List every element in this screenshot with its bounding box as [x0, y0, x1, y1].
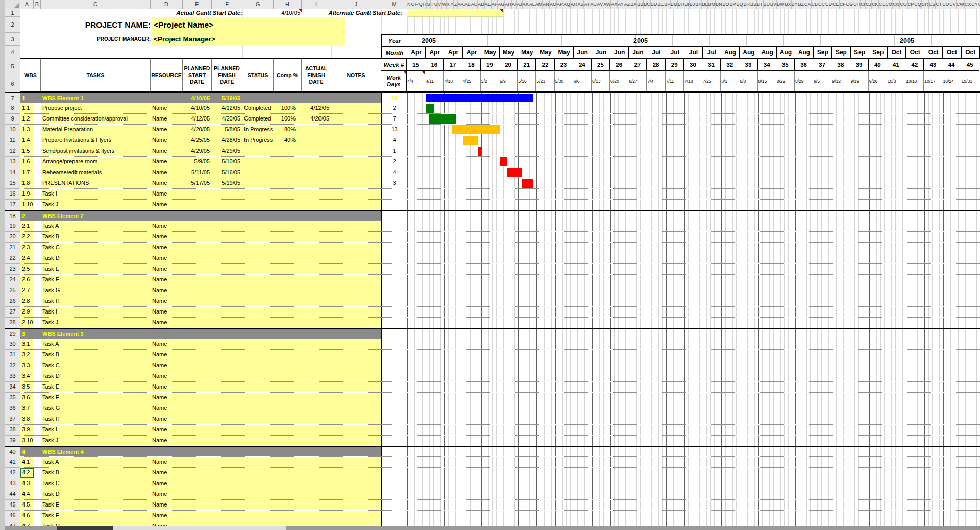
- planned-start[interactable]: [183, 318, 212, 328]
- month-cell-42[interactable]: Oct: [906, 47, 924, 58]
- week-number-29[interactable]: 29: [666, 59, 684, 70]
- month-cell-35[interactable]: Aug: [777, 47, 795, 58]
- planned-start[interactable]: 4/25/05: [183, 135, 212, 146]
- comp-cell[interactable]: [274, 189, 302, 199]
- wbs-number[interactable]: 4.6: [20, 511, 34, 521]
- wbs-number[interactable]: 1.4: [20, 135, 34, 146]
- actual-finish[interactable]: [302, 221, 331, 231]
- month-cell-22[interactable]: May: [536, 47, 555, 58]
- cell-b[interactable]: [34, 253, 41, 263]
- wbs-number[interactable]: 2.10: [20, 318, 34, 328]
- comp-cell[interactable]: [274, 318, 302, 328]
- month-cell-28[interactable]: Jul: [647, 47, 666, 58]
- cell-b[interactable]: [34, 457, 41, 467]
- comp-cell[interactable]: 100%: [274, 114, 302, 124]
- planned-finish[interactable]: [212, 329, 242, 339]
- row-header-3[interactable]: 3: [5, 33, 20, 46]
- planned-finish[interactable]: [212, 447, 242, 456]
- notes-cell[interactable]: [331, 285, 381, 296]
- row-header-12[interactable]: 12: [5, 146, 20, 157]
- planned-start[interactable]: [183, 243, 212, 253]
- row-header-2[interactable]: 2: [5, 17, 20, 33]
- resource-cell[interactable]: [151, 211, 183, 221]
- cell-b[interactable]: [34, 382, 41, 392]
- planned-finish[interactable]: 4/29/05: [212, 146, 242, 156]
- notes-cell[interactable]: [331, 125, 381, 135]
- resource-cell[interactable]: Name: [151, 232, 183, 242]
- planned-finish[interactable]: [212, 425, 242, 435]
- gantt-row-canvas[interactable]: [407, 285, 980, 296]
- task-name[interactable]: Task H: [41, 414, 151, 424]
- comp-cell[interactable]: [274, 221, 302, 231]
- status-cell[interactable]: [242, 393, 274, 403]
- actual-finish[interactable]: [302, 167, 331, 178]
- task-name[interactable]: Rehearse/edit materials: [41, 167, 151, 178]
- column-header-BQ[interactable]: BQ: [736, 0, 743, 9]
- week-number-26[interactable]: 26: [610, 59, 628, 70]
- status-cell[interactable]: [242, 489, 274, 499]
- actual-finish[interactable]: [302, 511, 331, 521]
- gantt-row-canvas[interactable]: [407, 318, 980, 328]
- comp-cell[interactable]: [274, 264, 302, 274]
- month-cell-15[interactable]: Apr: [407, 47, 426, 58]
- notes-cell[interactable]: [331, 318, 381, 328]
- cell-b[interactable]: [34, 221, 41, 231]
- notes-cell[interactable]: [331, 232, 381, 242]
- actual-finish[interactable]: [302, 285, 331, 296]
- week-number-42[interactable]: 42: [905, 59, 924, 70]
- week-start-28[interactable]: 7/4: [647, 71, 665, 91]
- actual-finish[interactable]: [302, 371, 331, 381]
- planned-start[interactable]: [183, 500, 212, 510]
- wbs-title[interactable]: WBS Element 1: [41, 93, 151, 103]
- week-number-21[interactable]: 21: [518, 59, 536, 70]
- gantt-row-canvas[interactable]: [407, 478, 980, 489]
- column-header-CW[interactable]: CW: [957, 0, 965, 9]
- notes-cell[interactable]: [331, 393, 381, 403]
- work-days[interactable]: [381, 253, 407, 263]
- cell-b[interactable]: [34, 436, 41, 446]
- cell-b[interactable]: [34, 468, 41, 478]
- select-all-corner[interactable]: [5, 0, 20, 9]
- column-header-BO[interactable]: BO: [722, 0, 729, 9]
- week-number-20[interactable]: 20: [499, 59, 518, 70]
- status-cell[interactable]: [242, 511, 274, 521]
- planned-start[interactable]: [183, 350, 212, 360]
- wbs-number[interactable]: 2.5: [20, 264, 34, 274]
- status-cell[interactable]: [242, 146, 274, 156]
- wbs-number[interactable]: 1.5: [20, 146, 34, 156]
- actual-finish[interactable]: [302, 318, 331, 328]
- resource-cell[interactable]: Name: [151, 307, 183, 317]
- task-name[interactable]: Task D: [41, 253, 151, 263]
- gantt-row-canvas[interactable]: [407, 103, 980, 113]
- month-row-label[interactable]: Month: [381, 47, 407, 58]
- planned-finish[interactable]: [212, 264, 242, 274]
- planned-start[interactable]: [183, 371, 212, 381]
- resource-cell[interactable]: [151, 93, 183, 103]
- week-number-44[interactable]: 44: [942, 59, 961, 70]
- work-days[interactable]: 3: [381, 178, 407, 188]
- task-name[interactable]: Task C: [41, 478, 151, 489]
- column-header-Y[interactable]: Y: [450, 0, 454, 9]
- actual-finish[interactable]: [302, 146, 331, 156]
- week-start-15[interactable]: 4/4: [407, 71, 425, 91]
- cell-b[interactable]: [34, 414, 41, 424]
- column-header-AO[interactable]: AO: [550, 0, 557, 9]
- week-number-38[interactable]: 38: [831, 59, 850, 70]
- project-name-value[interactable]: <Project Name>: [154, 17, 213, 33]
- cell-b[interactable]: [34, 275, 41, 285]
- resource-cell[interactable]: Name: [151, 500, 183, 510]
- actual-finish[interactable]: [302, 307, 331, 317]
- resource-cell[interactable]: Name: [151, 285, 183, 296]
- row-header-32[interactable]: 32: [5, 360, 20, 371]
- planned-start[interactable]: [183, 211, 212, 221]
- resource-cell[interactable]: Name: [151, 296, 183, 306]
- week-start-18[interactable]: 4/25: [462, 71, 481, 91]
- notes-cell[interactable]: [331, 468, 381, 478]
- status-cell[interactable]: [242, 253, 274, 263]
- status-cell[interactable]: [242, 403, 274, 414]
- actual-finish[interactable]: [302, 178, 331, 188]
- week-start-21[interactable]: 5/16: [518, 71, 536, 91]
- task-name[interactable]: Send/post invitations & flyers: [41, 146, 151, 156]
- task-name[interactable]: Task G: [41, 403, 151, 414]
- column-header-CR[interactable]: CR: [922, 0, 929, 9]
